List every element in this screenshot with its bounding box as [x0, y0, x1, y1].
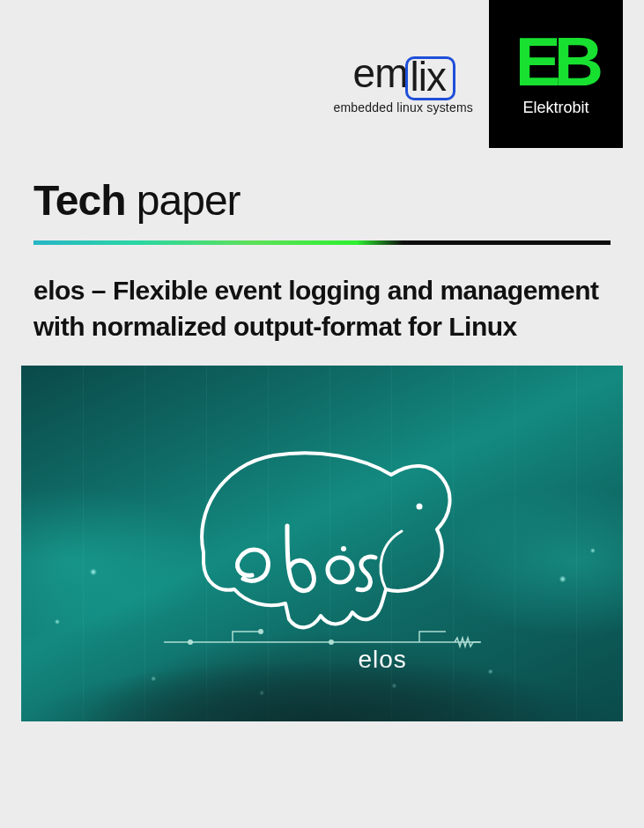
- svg-point-4: [188, 639, 193, 645]
- elektrobit-name: Elektrobit: [522, 99, 588, 117]
- emlix-tagline: embedded linux systems: [334, 100, 473, 115]
- svg-point-1: [328, 558, 352, 582]
- elektrobit-logo: EB Elektrobit: [489, 0, 623, 148]
- emlix-logo: emlix embedded linux systems: [334, 49, 473, 115]
- title-light-part: paper: [125, 177, 240, 224]
- svg-point-2: [341, 546, 346, 551]
- gradient-divider: [33, 240, 611, 245]
- emlix-prefix: em: [353, 49, 408, 97]
- svg-point-0: [416, 504, 422, 510]
- hero-image: elos: [21, 366, 623, 721]
- document-subtitle: elos – Flexible event logging and manage…: [33, 273, 611, 344]
- document-title: Tech paper: [33, 176, 644, 225]
- emlix-wordmark: emlix: [353, 49, 454, 97]
- svg-point-6: [329, 639, 334, 645]
- title-bold-part: Tech: [33, 177, 125, 224]
- header-logos-row: emlix embedded linux systems EB Elektrob…: [0, 0, 644, 148]
- emlix-bracket-icon: lix: [405, 56, 455, 100]
- elos-elephant-icon: [155, 420, 490, 667]
- svg-point-5: [258, 629, 263, 634]
- elektrobit-mark-icon: EB: [515, 31, 596, 92]
